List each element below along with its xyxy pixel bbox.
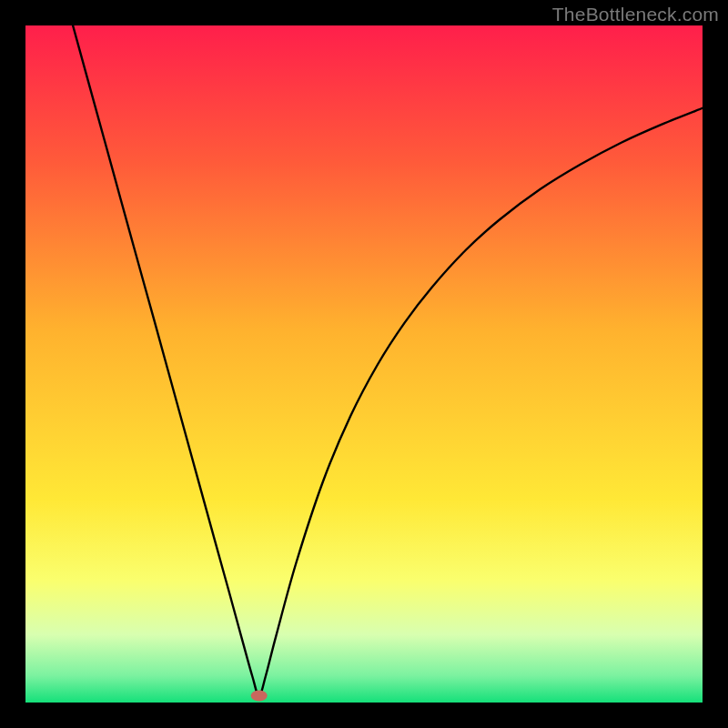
chart-frame — [25, 25, 703, 703]
chart-svg — [25, 25, 703, 703]
watermark-text: TheBottleneck.com — [552, 4, 719, 25]
chart-background — [25, 25, 703, 703]
optimum-marker — [251, 691, 268, 702]
